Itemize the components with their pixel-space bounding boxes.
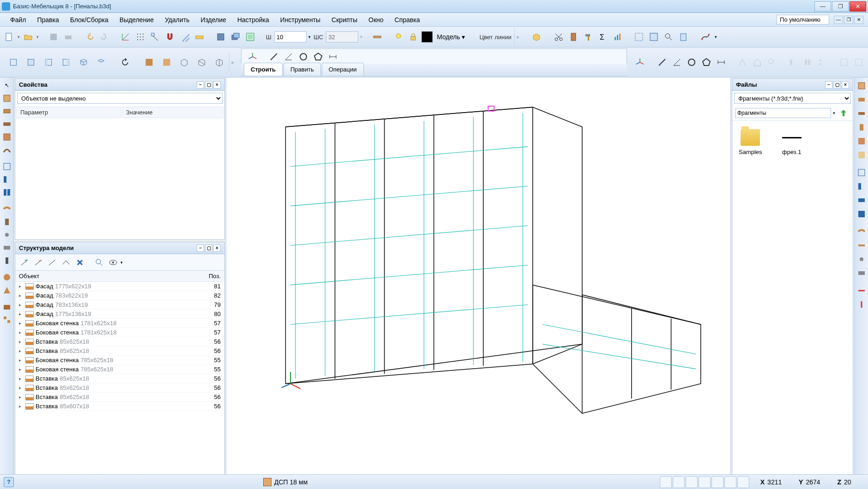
rt-cut1-icon[interactable] — [855, 284, 868, 297]
lt-leg-icon[interactable] — [1, 255, 13, 267]
layers3-icon[interactable] — [244, 30, 257, 43]
chart-icon[interactable] — [611, 30, 624, 43]
sb-btn4[interactable] — [699, 476, 711, 488]
r-polygon-icon[interactable] — [700, 56, 713, 69]
menu-delete[interactable]: Удалить — [159, 13, 195, 26]
tree-row[interactable]: ▸Боковая стенка 1781x625x1857 — [15, 328, 224, 337]
rt-panel3-icon[interactable] — [855, 107, 868, 120]
lt-panel4-icon[interactable] — [1, 131, 13, 143]
menu-scripts[interactable]: Скрипты — [326, 13, 363, 26]
lt-sel2-icon[interactable] — [1, 173, 13, 185]
tab-build[interactable]: Строить — [244, 63, 283, 76]
box-icon[interactable] — [529, 30, 544, 44]
files-close-button[interactable]: × — [842, 81, 849, 89]
polygon-tool-icon[interactable] — [312, 50, 325, 63]
st-eye-icon[interactable] — [107, 256, 120, 269]
rt-sel4-icon[interactable] — [855, 208, 868, 221]
mat-wood1-icon[interactable] — [141, 54, 157, 70]
layers1-icon[interactable] — [214, 30, 227, 43]
axis3d-icon[interactable] — [246, 50, 259, 63]
structure-tree[interactable]: ▸Фасад 1775x622x1981▸Фасад 783x622x1982▸… — [15, 282, 224, 489]
r-search-icon[interactable] — [766, 56, 778, 69]
sb-btn6[interactable] — [724, 476, 736, 488]
tree-row[interactable]: ▸Вставка 85x625x1856 — [15, 337, 224, 346]
sel-all-icon[interactable] — [647, 30, 660, 43]
tree-row[interactable]: ▸Фасад 1775x622x1981 — [15, 282, 224, 291]
menu-select[interactable]: Выделение — [114, 13, 159, 26]
properties-close-button[interactable]: × — [213, 81, 221, 89]
sb-btn3[interactable] — [686, 476, 698, 488]
tree-row[interactable]: ▸Вставка 85x625x1856 — [15, 383, 224, 393]
measure-icon[interactable] — [193, 30, 206, 43]
lt-panel2-icon[interactable] — [1, 105, 13, 117]
magnet-icon[interactable] — [163, 30, 176, 43]
r-side2-icon[interactable] — [852, 56, 865, 69]
sb-btn2[interactable] — [673, 476, 685, 488]
rt-panel4-icon[interactable] — [855, 121, 868, 134]
rt-cut2-icon[interactable] — [855, 298, 868, 311]
files-filter-select[interactable]: Фрагменты (*.fr3d;*.frw) — [734, 93, 851, 104]
mat-wire2-icon[interactable] — [194, 54, 210, 70]
rt-panel5-icon[interactable] — [855, 135, 868, 148]
st-hammer-icon[interactable] — [73, 256, 86, 269]
tree-row[interactable]: ▸Вставка 85x625x1856 — [15, 374, 224, 383]
rt-sel1-icon[interactable] — [855, 166, 868, 179]
cut-icon[interactable] — [552, 30, 565, 43]
lt-cursor-icon[interactable]: ↖ — [1, 79, 13, 91]
menu-help[interactable]: Справка — [389, 13, 426, 26]
menu-tools[interactable]: Инструменты — [275, 13, 326, 26]
undo-button[interactable] — [83, 30, 96, 43]
board-icon[interactable] — [371, 30, 384, 43]
line-tool-icon[interactable] — [267, 50, 280, 63]
files-min-button[interactable]: – — [825, 81, 832, 89]
lt-sel1-icon[interactable] — [1, 161, 13, 173]
tree-row[interactable]: ▸Фасад 1775x136x1980 — [15, 310, 224, 319]
snap-endpoint-icon[interactable] — [149, 30, 162, 43]
structure-min-button[interactable]: – — [197, 244, 204, 252]
r-align1-icon[interactable] — [787, 56, 800, 69]
r-align2-icon[interactable] — [802, 56, 814, 69]
zoom-icon[interactable] — [662, 30, 675, 43]
lt-sel3-icon[interactable] — [1, 186, 13, 198]
tree-row[interactable]: ▸Боковая стенка 785x625x1855 — [15, 356, 224, 365]
mat-wire3-icon[interactable] — [211, 54, 227, 70]
lt-arc-icon[interactable] — [1, 144, 13, 156]
r-angle-icon[interactable] — [670, 56, 683, 69]
tree-row[interactable]: ▸Боковая стенка 1781x625x1857 — [15, 319, 224, 328]
r-align3-icon[interactable] — [816, 56, 829, 69]
mdi-minimize-button[interactable]: — — [834, 16, 843, 24]
rt-hinge-icon[interactable] — [855, 253, 868, 266]
properties-max-button[interactable]: ▢ — [205, 81, 212, 89]
rt-sel2-icon[interactable] — [855, 180, 868, 193]
workspace-select[interactable]: По умолчанию — [777, 15, 829, 24]
st-search-icon[interactable] — [93, 256, 106, 269]
r-side1-icon[interactable] — [838, 56, 850, 69]
toolbar-overflow-icon[interactable]: » — [514, 28, 521, 46]
spline-icon[interactable] — [698, 30, 713, 44]
tab-ops[interactable]: Операции — [322, 63, 364, 76]
rt-panel6-icon[interactable] — [855, 149, 868, 161]
secondary-overflow-icon[interactable]: » — [229, 53, 235, 72]
tree-row[interactable]: ▸Фасад 783x136x1979 — [15, 300, 224, 310]
properties-selection-select[interactable]: Объектов не выделено — [17, 93, 223, 104]
axis3d2-icon[interactable] — [633, 55, 647, 70]
view-iso-icon[interactable] — [76, 54, 91, 70]
tab-edit[interactable]: Править — [283, 63, 321, 76]
angle-tool-icon[interactable] — [282, 50, 295, 63]
lt-panel3-icon[interactable] — [1, 118, 13, 130]
hammer-icon[interactable] — [582, 30, 595, 43]
rt-sel3-icon[interactable] — [855, 194, 868, 207]
properties-min-button[interactable]: – — [197, 81, 204, 89]
door-icon[interactable] — [567, 30, 580, 43]
grid-icon[interactable] — [134, 30, 147, 43]
view-front-icon[interactable] — [6, 54, 21, 70]
r-home-icon[interactable] — [751, 56, 764, 69]
ruler-diag-icon[interactable] — [178, 30, 191, 43]
rt-edge-icon[interactable] — [855, 225, 868, 238]
open-button[interactable] — [22, 30, 35, 43]
render-mode-select[interactable]: Модель ▾ — [434, 32, 474, 42]
tree-row[interactable]: ▸Боковая стенка 785x625x1855 — [15, 365, 224, 374]
r-mirror-icon[interactable] — [736, 56, 749, 69]
files-up-button[interactable] — [837, 107, 850, 119]
sb-btn5[interactable] — [711, 476, 723, 488]
